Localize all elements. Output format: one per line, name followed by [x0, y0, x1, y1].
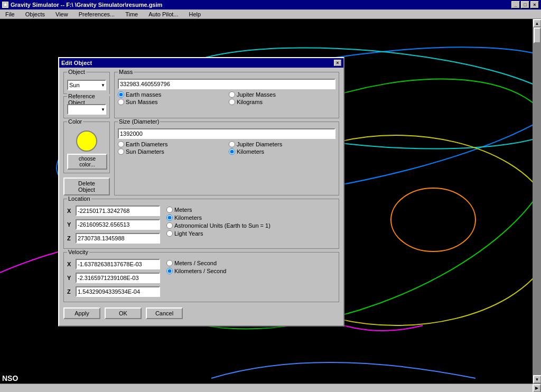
location-radio-group: Meters Kilometers Astronomical Units (Ea… [166, 206, 270, 245]
scroll-up-button[interactable]: ▲ [533, 19, 542, 27]
vel-x-label: X [67, 261, 73, 267]
velocity-x-input[interactable] [76, 259, 160, 269]
scroll-right-button[interactable]: ▶ [533, 384, 541, 393]
size-radio-earth[interactable]: Earth Diameters [118, 141, 225, 147]
velocity-y-input[interactable] [76, 273, 160, 283]
size-radio-sun-label: Sun Diameters [126, 148, 164, 155]
mass-radio-jupiter-label: Jupiter Masses [237, 91, 276, 98]
loc-radio-ly[interactable]: Light Years [166, 230, 270, 237]
loc-z-label: Z [67, 235, 73, 241]
mass-radio-jupiter-input[interactable] [229, 91, 235, 98]
loc-radio-au-label: Astronomical Units (Earth to Sun = 1) [174, 222, 270, 229]
size-radio-km-input[interactable] [229, 148, 235, 155]
apply-button[interactable]: Apply [63, 307, 100, 319]
mass-radio-sun-input[interactable] [118, 99, 124, 105]
size-radio-sun-input[interactable] [118, 148, 124, 155]
dialog-close-button[interactable]: × [334, 60, 341, 66]
size-group-label: Size (Diameter) [118, 118, 160, 125]
mass-radio-earth-label: Earth masses [126, 91, 161, 98]
reference-object-select[interactable] [67, 104, 106, 115]
object-select[interactable]: Sun [67, 80, 106, 90]
mass-radio-group: Earth masses Jupiter Masses Sun Masses [118, 91, 335, 105]
object-group-label: Object [67, 69, 86, 75]
loc-radio-ly-input[interactable] [166, 230, 173, 237]
loc-radio-au[interactable]: Astronomical Units (Earth to Sun = 1) [166, 222, 270, 229]
scroll-thumb[interactable] [534, 27, 541, 43]
size-radio-km[interactable]: Kilometers [229, 148, 335, 155]
mass-input[interactable] [118, 79, 335, 89]
loc-radio-km-label: Kilometers [174, 214, 202, 221]
nso-label: NSO [2, 374, 18, 382]
ok-button[interactable]: OK [105, 307, 142, 319]
choose-color-button[interactable]: choose color... [67, 154, 107, 170]
menu-time[interactable]: Time [122, 11, 141, 18]
edit-object-dialog: Edit Object × Object Sun ▼ Reference Obj… [58, 57, 344, 326]
loc-radio-km[interactable]: Kilometers [166, 214, 270, 221]
velocity-z-input[interactable] [76, 286, 160, 297]
size-radio-earth-label: Earth Diameters [126, 141, 167, 147]
menu-autopilot[interactable]: Auto Pilot... [145, 11, 181, 18]
color-preview [76, 130, 97, 152]
size-radio-sun[interactable]: Sun Diameters [118, 148, 225, 155]
loc-radio-km-input[interactable] [166, 214, 173, 221]
menu-help[interactable]: Help [185, 11, 204, 18]
mass-group-label: Mass [118, 69, 134, 75]
maximize-button[interactable]: □ [521, 1, 529, 8]
size-radio-jupiter[interactable]: Jupiter Diameters [229, 141, 335, 147]
mass-radio-jupiter[interactable]: Jupiter Masses [229, 91, 335, 98]
menu-objects[interactable]: Objects [22, 11, 48, 18]
app-icon: ★ [2, 2, 8, 8]
size-radio-earth-input[interactable] [118, 141, 124, 147]
cancel-button[interactable]: Cancel [146, 307, 183, 319]
location-y-input[interactable] [76, 219, 160, 230]
loc-radio-ly-label: Light Years [174, 230, 203, 237]
menu-view[interactable]: View [52, 11, 71, 18]
location-z-input[interactable] [76, 233, 160, 244]
velocity-group-label: Velocity [67, 249, 89, 255]
loc-radio-au-input[interactable] [166, 222, 173, 229]
mass-radio-sun-label: Sun Masses [126, 99, 158, 105]
vel-z-label: Z [67, 288, 73, 295]
mass-radio-kg-input[interactable] [229, 99, 235, 105]
scroll-down-button[interactable]: ▼ [533, 375, 542, 384]
loc-radio-meters-label: Meters [174, 207, 192, 213]
menu-bar: File Objects View Preferences... Time Au… [0, 10, 541, 19]
size-input[interactable] [118, 128, 335, 139]
loc-radio-meters[interactable]: Meters [166, 207, 270, 213]
size-radio-jupiter-input[interactable] [229, 141, 235, 147]
vel-radio-km-input[interactable] [166, 268, 173, 274]
delete-object-button[interactable]: Delete Object [63, 178, 110, 195]
size-radio-jupiter-label: Jupiter Diameters [237, 141, 282, 147]
scroll-track[interactable] [533, 27, 541, 375]
vel-radio-km-label: Kilometers / Second [174, 268, 226, 274]
svg-point-4 [391, 188, 475, 251]
vel-radio-meters[interactable]: Meters / Second [166, 260, 226, 266]
location-group-label: Location [67, 195, 91, 202]
loc-y-label: Y [67, 221, 73, 228]
velocity-radio-group: Meters / Second Kilometers / Second [166, 259, 226, 298]
mass-radio-sun[interactable]: Sun Masses [118, 99, 225, 105]
vel-radio-km[interactable]: Kilometers / Second [166, 268, 226, 274]
vel-radio-meters-label: Meters / Second [174, 260, 217, 266]
color-group-label: Color [67, 118, 83, 125]
vertical-scrollbar[interactable]: ▲ ▼ [533, 19, 541, 384]
mass-radio-earth-input[interactable] [118, 91, 124, 98]
minimize-button[interactable]: _ [511, 1, 520, 8]
mass-radio-earth[interactable]: Earth masses [118, 91, 225, 98]
vel-radio-meters-input[interactable] [166, 260, 173, 266]
menu-file[interactable]: File [2, 11, 18, 18]
close-button[interactable]: × [530, 1, 539, 8]
horizontal-scrollbar[interactable]: ▶ [0, 384, 541, 392]
mass-radio-kg-label: Kilograms [237, 99, 263, 105]
location-x-input[interactable] [76, 206, 160, 216]
loc-x-label: X [67, 208, 73, 214]
window-title: Gravity Simulator -- F:\ \Gravity Simula… [11, 2, 162, 8]
size-radio-group: Earth Diameters Jupiter Diameters Sun Di… [118, 141, 335, 155]
mass-radio-kilograms[interactable]: Kilograms [229, 99, 335, 105]
size-radio-km-label: Kilometers [237, 148, 264, 155]
loc-radio-meters-input[interactable] [166, 207, 173, 213]
title-bar: ★ Gravity Simulator -- F:\ \Gravity Simu… [0, 0, 541, 10]
menu-preferences[interactable]: Preferences... [76, 11, 118, 18]
dialog-title-text: Edit Object [61, 60, 92, 66]
dialog-title-bar: Edit Object × [59, 58, 343, 68]
